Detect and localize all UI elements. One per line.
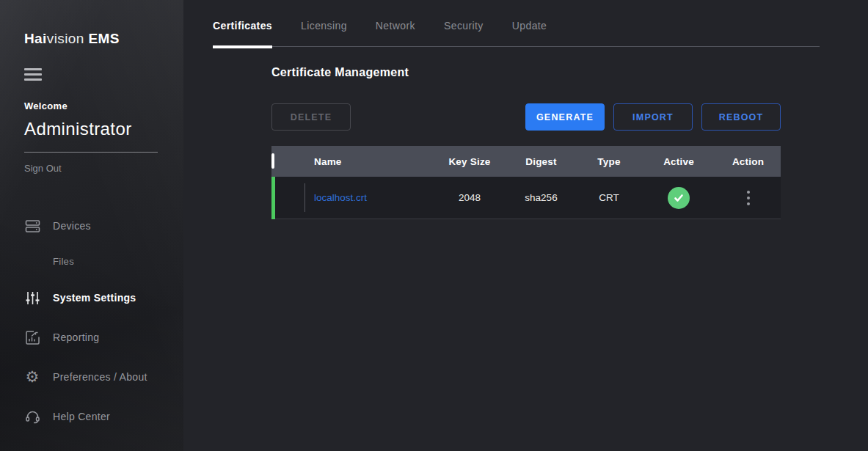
delete-button[interactable]: DELETE xyxy=(271,103,351,131)
tab-certificates[interactable]: Certificates xyxy=(213,20,272,46)
column-header-action: Action xyxy=(715,156,781,167)
brand-part: Hai xyxy=(24,31,47,46)
toolbar-right-group: GENERATE IMPORT REBOOT xyxy=(525,103,781,131)
sliders-icon xyxy=(24,290,40,306)
select-all-checkbox[interactable] xyxy=(271,153,274,169)
tab-network[interactable]: Network xyxy=(376,20,415,46)
sidebar-item-system-settings[interactable]: System Settings xyxy=(24,288,183,307)
devices-icon xyxy=(24,218,40,234)
gear-icon: ⚙ xyxy=(24,369,40,385)
sidebar-item-label: Reporting xyxy=(53,331,99,343)
sidebar: Haivision EMS Welcome Administrator Sign… xyxy=(0,0,183,451)
sidebar-item-label: Help Center xyxy=(53,411,110,422)
row-actions-kebab-icon[interactable] xyxy=(742,188,755,208)
table-header-row: Name Key Size Digest Type Active Action xyxy=(271,146,781,177)
reboot-button[interactable]: REBOOT xyxy=(701,103,781,131)
active-check-icon xyxy=(668,187,690,209)
app-logo: Haivision EMS xyxy=(24,31,183,47)
chart-icon xyxy=(24,329,40,345)
table-row: localhost.crt 2048 sha256 CRT xyxy=(271,177,781,219)
column-header-active: Active xyxy=(642,156,715,167)
tab-licensing[interactable]: Licensing xyxy=(301,20,347,46)
toolbar: DELETE GENERATE IMPORT REBOOT xyxy=(271,103,781,131)
sidebar-nav: Devices Files System Settings xyxy=(24,216,183,426)
cell-type: CRT xyxy=(576,192,642,203)
sidebar-item-label: Files xyxy=(53,256,74,267)
cell-digest: sha256 xyxy=(506,192,576,203)
sidebar-item-label: System Settings xyxy=(53,292,136,304)
column-header-key-size: Key Size xyxy=(433,156,506,167)
app-window: Haivision EMS Welcome Administrator Sign… xyxy=(0,0,868,451)
sign-out-link[interactable]: Sign Out xyxy=(24,163,183,174)
sidebar-item-preferences-about[interactable]: ⚙ Preferences / About xyxy=(24,367,183,386)
tab-update[interactable]: Update xyxy=(512,20,547,46)
sidebar-item-label: Preferences / About xyxy=(53,371,147,383)
brand-part: EMS xyxy=(88,31,119,46)
current-username: Administrator xyxy=(24,119,183,139)
certificate-name-link[interactable]: localhost.crt xyxy=(314,192,367,203)
main-area: Certificates Licensing Network Security … xyxy=(183,0,868,451)
column-header-digest: Digest xyxy=(506,156,576,167)
certificates-table: Name Key Size Digest Type Active Action … xyxy=(271,146,781,219)
generate-button[interactable]: GENERATE xyxy=(525,103,605,131)
page-title: Certificate Management xyxy=(271,66,781,79)
sidebar-item-label: Devices xyxy=(53,220,91,232)
import-button[interactable]: IMPORT xyxy=(613,103,693,131)
certificates-panel: Certificate Management DELETE GENERATE I… xyxy=(271,47,781,219)
sidebar-divider xyxy=(24,152,158,153)
sidebar-item-help-center[interactable]: Help Center xyxy=(24,407,183,426)
column-header-name: Name xyxy=(305,156,433,167)
cell-key-size: 2048 xyxy=(433,192,506,203)
row-checkbox[interactable] xyxy=(271,190,274,205)
settings-tab-bar: Certificates Licensing Network Security … xyxy=(213,0,820,47)
column-header-type: Type xyxy=(576,156,642,167)
sidebar-item-devices[interactable]: Devices xyxy=(24,216,183,235)
brand-part: vision xyxy=(47,31,84,46)
headset-icon xyxy=(24,408,40,425)
welcome-label: Welcome xyxy=(24,100,183,111)
tab-security[interactable]: Security xyxy=(444,20,484,46)
sidebar-item-files[interactable]: Files xyxy=(53,252,183,271)
hamburger-menu-icon[interactable] xyxy=(24,68,42,81)
sidebar-item-reporting[interactable]: Reporting xyxy=(24,328,183,347)
